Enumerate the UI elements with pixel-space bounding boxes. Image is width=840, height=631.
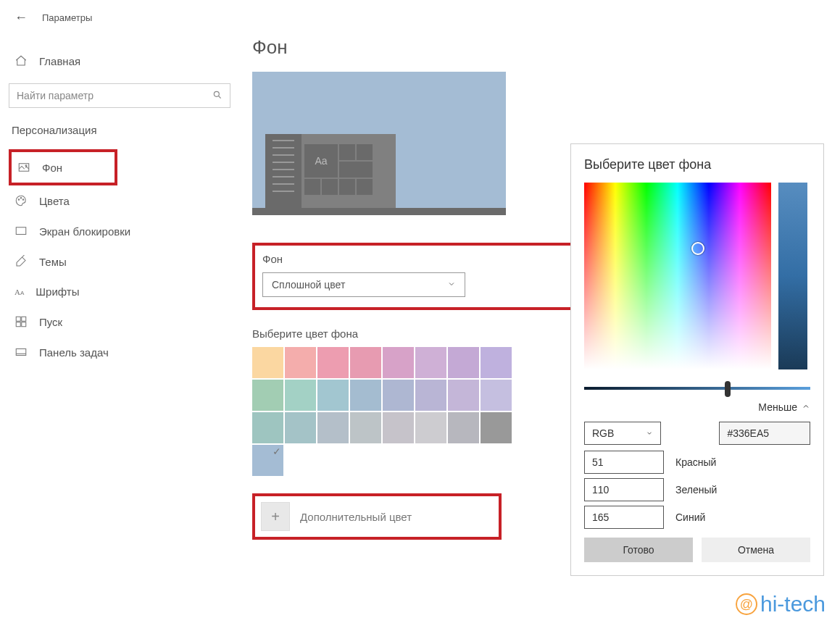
- color-swatch[interactable]: [285, 380, 316, 411]
- background-type-dropdown[interactable]: Сплошной цвет: [262, 272, 465, 297]
- svg-point-0: [214, 91, 219, 96]
- svg-rect-7: [16, 317, 20, 321]
- sidebar-item-label: Шрифты: [36, 285, 79, 298]
- hex-input[interactable]: #336EA5: [719, 422, 810, 445]
- search-icon: [212, 90, 223, 102]
- lockscreen-icon: [14, 225, 28, 238]
- color-swatch[interactable]: [448, 380, 479, 411]
- sidebar-item-label: Цвета: [39, 195, 70, 207]
- page-heading: Фон: [252, 36, 840, 59]
- value-strip[interactable]: [778, 183, 807, 369]
- color-swatch[interactable]: [481, 412, 512, 443]
- svg-point-3: [18, 199, 20, 201]
- svg-point-5: [22, 199, 24, 201]
- picker-title: Выберите цвет фона: [584, 157, 810, 172]
- spectrum-thumb[interactable]: [691, 242, 704, 255]
- color-swatch[interactable]: [317, 347, 349, 378]
- field-label: Фон: [262, 253, 465, 265]
- toggle-less-button[interactable]: Меньше: [584, 401, 810, 413]
- svg-rect-8: [22, 317, 26, 321]
- color-spectrum[interactable]: [584, 183, 771, 369]
- titlebar: ← Параметры: [14, 10, 230, 25]
- red-input[interactable]: 51: [584, 451, 664, 474]
- color-swatch[interactable]: [383, 412, 414, 443]
- color-swatch[interactable]: [350, 412, 381, 443]
- blue-label: Синий: [675, 511, 705, 523]
- color-swatch[interactable]: [448, 412, 479, 443]
- color-swatch[interactable]: [448, 347, 479, 378]
- sidebar-item-label: Пуск: [39, 316, 62, 328]
- color-swatch[interactable]: [350, 380, 381, 411]
- color-swatch[interactable]: [383, 347, 414, 378]
- selected-color-swatch[interactable]: [252, 445, 283, 476]
- brush-icon: [14, 255, 28, 268]
- preview-sample-text: Aa: [304, 144, 338, 177]
- font-icon: AA: [14, 288, 24, 296]
- sidebar-item-label: Экран блокировки: [39, 225, 130, 238]
- search-placeholder: Найти параметр: [17, 90, 93, 101]
- sidebar-item-start[interactable]: Пуск: [9, 306, 230, 337]
- color-swatch[interactable]: [350, 347, 381, 378]
- add-color-button[interactable]: +: [261, 502, 290, 531]
- green-input[interactable]: 110: [584, 478, 664, 501]
- value-slider[interactable]: [584, 387, 810, 390]
- color-swatch[interactable]: [252, 347, 283, 378]
- sidebar-item-label: Темы: [39, 256, 67, 268]
- red-label: Красный: [675, 456, 716, 468]
- less-label: Меньше: [758, 401, 797, 413]
- color-swatch[interactable]: [317, 380, 349, 411]
- sidebar: ← Параметры Главная Найти параметр Персо…: [0, 0, 239, 631]
- search-input[interactable]: Найти параметр: [9, 83, 230, 108]
- home-icon: [14, 54, 28, 67]
- color-swatch[interactable]: [317, 412, 349, 443]
- color-swatch[interactable]: [285, 412, 316, 443]
- svg-point-2: [25, 165, 27, 167]
- desktop-preview: Aa: [252, 72, 506, 215]
- sidebar-item-themes[interactable]: Темы: [9, 246, 230, 277]
- section-title: Персонализация: [9, 124, 230, 136]
- back-arrow-icon[interactable]: ←: [14, 10, 28, 25]
- mode-value: RGB: [592, 427, 614, 439]
- start-icon: [14, 315, 28, 328]
- color-swatch[interactable]: [481, 347, 512, 378]
- chevron-down-icon: [646, 427, 653, 439]
- taskbar-icon: [14, 346, 28, 359]
- nav-home-label: Главная: [39, 55, 80, 67]
- cancel-button[interactable]: Отмена: [702, 538, 810, 562]
- svg-rect-6: [16, 227, 26, 235]
- green-label: Зеленый: [675, 484, 717, 496]
- sidebar-item-lockscreen[interactable]: Экран блокировки: [9, 216, 230, 246]
- sidebar-item-fonts[interactable]: AA Шрифты: [9, 277, 230, 306]
- picture-icon: [17, 161, 30, 174]
- color-grid: [252, 347, 515, 443]
- color-picker-dialog: Выберите цвет фона Меньше RGB #336EA5 51…: [570, 143, 824, 576]
- color-swatch[interactable]: [383, 380, 414, 411]
- color-swatch[interactable]: [415, 347, 446, 378]
- svg-rect-10: [22, 322, 26, 327]
- svg-rect-9: [16, 322, 20, 327]
- svg-point-4: [20, 198, 22, 199]
- sidebar-item-taskbar[interactable]: Панель задач: [9, 337, 230, 367]
- sidebar-item-label: Фон: [42, 162, 62, 174]
- blue-input[interactable]: 165: [584, 506, 664, 529]
- chevron-down-icon: [447, 279, 456, 291]
- color-swatch[interactable]: [252, 412, 283, 443]
- color-swatch[interactable]: [415, 380, 446, 411]
- sidebar-item-background[interactable]: Фон: [9, 149, 117, 185]
- sidebar-item-label: Панель задач: [39, 346, 109, 359]
- color-swatch[interactable]: [481, 380, 512, 411]
- dropdown-value: Сплошной цвет: [272, 279, 345, 291]
- color-mode-select[interactable]: RGB: [584, 422, 661, 445]
- palette-icon: [14, 194, 28, 207]
- background-dropdown-section: Фон Сплошной цвет: [252, 243, 613, 310]
- nav-home[interactable]: Главная: [9, 47, 230, 75]
- sidebar-item-colors[interactable]: Цвета: [9, 185, 230, 216]
- chevron-up-icon: [802, 401, 810, 413]
- color-swatch[interactable]: [252, 380, 283, 411]
- color-swatch[interactable]: [285, 347, 316, 378]
- plus-icon: +: [271, 509, 280, 525]
- ok-button[interactable]: Готово: [584, 538, 693, 562]
- color-swatch[interactable]: [415, 412, 446, 443]
- extra-color-label: Дополнительный цвет: [300, 511, 412, 523]
- slider-thumb[interactable]: [725, 381, 731, 397]
